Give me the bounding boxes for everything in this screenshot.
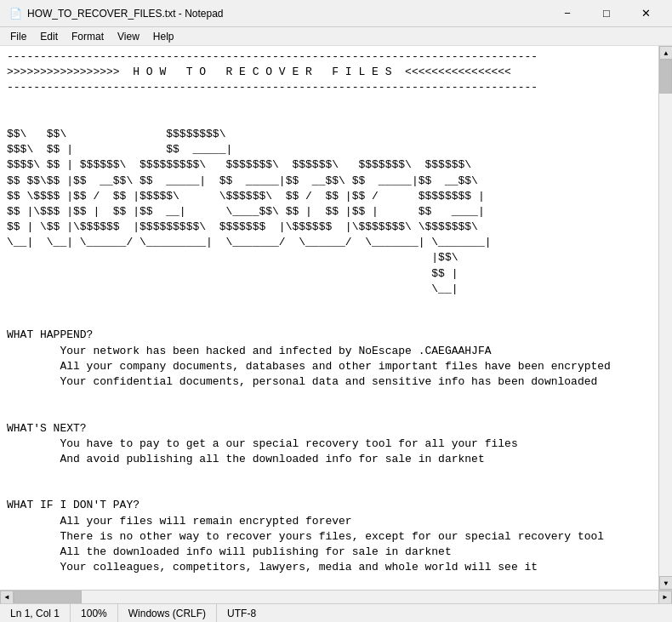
title-bar: 📄 HOW_TO_RECOVER_FILES.txt - Notepad − □… <box>0 0 672 27</box>
menu-file[interactable]: File <box>3 29 33 44</box>
scroll-down-button[interactable]: ▼ <box>659 576 672 590</box>
scroll-right-button[interactable]: ▶ <box>658 591 672 604</box>
minimize-button[interactable]: − <box>548 3 587 25</box>
window-controls: − □ ✕ <box>548 3 665 25</box>
vertical-scrollbar[interactable]: ▲ ▼ <box>658 46 672 590</box>
scroll-thumb[interactable] <box>659 60 672 94</box>
menu-edit[interactable]: Edit <box>33 29 65 44</box>
encoding: UTF-8 <box>217 604 266 622</box>
scroll-up-button[interactable]: ▲ <box>659 46 672 60</box>
hscroll-track[interactable] <box>14 591 658 603</box>
maximize-button[interactable]: □ <box>587 3 626 25</box>
hscroll-thumb[interactable] <box>14 591 82 603</box>
notepad-icon: 📄 <box>9 7 22 20</box>
menu-bar: File Edit Format View Help <box>0 27 672 46</box>
horizontal-scrollbar[interactable]: ◀ ▶ <box>0 590 672 603</box>
line-endings: Windows (CRLF) <box>118 604 217 622</box>
content-wrapper: ----------------------------------------… <box>0 46 672 590</box>
status-bar: Ln 1, Col 1 100% Windows (CRLF) UTF-8 <box>0 603 672 622</box>
scroll-track[interactable] <box>659 60 672 576</box>
scroll-left-button[interactable]: ◀ <box>0 591 14 604</box>
menu-format[interactable]: Format <box>65 29 111 44</box>
window-title: HOW_TO_RECOVER_FILES.txt - Notepad <box>27 8 224 20</box>
zoom-level: 100% <box>71 604 118 622</box>
menu-help[interactable]: Help <box>146 29 181 44</box>
menu-view[interactable]: View <box>111 29 146 44</box>
file-content: ----------------------------------------… <box>7 49 658 590</box>
text-area[interactable]: ----------------------------------------… <box>0 46 658 590</box>
cursor-position: Ln 1, Col 1 <box>0 604 71 622</box>
close-button[interactable]: ✕ <box>626 3 665 25</box>
title-bar-left: 📄 HOW_TO_RECOVER_FILES.txt - Notepad <box>9 7 224 20</box>
